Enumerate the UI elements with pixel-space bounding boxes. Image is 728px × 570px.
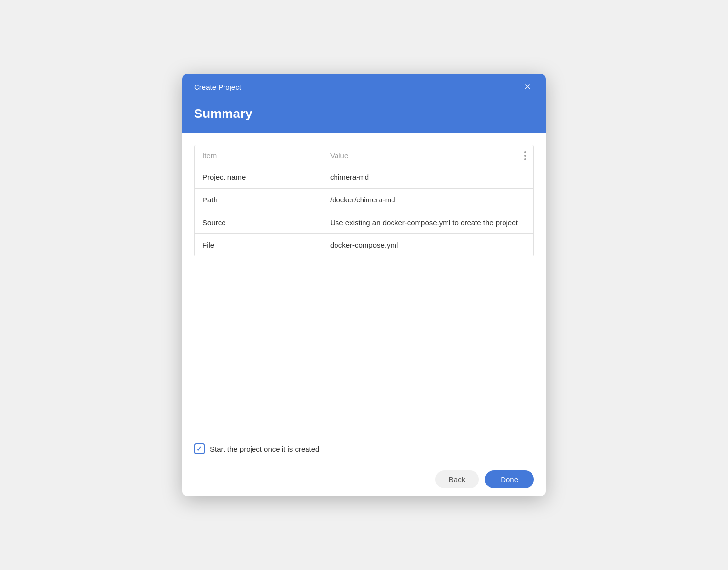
done-button[interactable]: Done: [485, 470, 534, 488]
close-button[interactable]: ✕: [521, 82, 534, 92]
start-project-row: ✓ Start the project once it is created: [182, 443, 546, 462]
dialog-footer: Back Done: [182, 462, 546, 496]
three-dots-icon: [524, 151, 526, 160]
dialog-body: Item Value Project name chimera-md Path: [182, 133, 546, 443]
column-value-header: Value: [322, 145, 516, 166]
row-item-label: Source: [195, 211, 322, 233]
row-item-label: File: [195, 234, 322, 256]
row-item-label: Path: [195, 189, 322, 211]
table-header-row: Item Value: [195, 145, 533, 166]
row-item-label: Project name: [195, 166, 322, 188]
summary-table: Item Value Project name chimera-md Path: [194, 145, 534, 256]
column-item-header: Item: [195, 145, 322, 166]
row-item-value: docker-compose.yml: [322, 234, 533, 256]
table-row: Source Use existing an docker-compose.ym…: [195, 211, 533, 234]
start-project-label: Start the project once it is created: [210, 445, 319, 453]
table-row: Path /docker/chimera-md: [195, 189, 533, 211]
summary-title: Summary: [194, 106, 534, 121]
checkbox-check-icon: ✓: [196, 445, 202, 453]
table-row: Project name chimera-md: [195, 166, 533, 189]
column-actions-header: [516, 145, 533, 166]
dialog-title: Create Project: [194, 83, 241, 91]
back-button[interactable]: Back: [435, 470, 479, 488]
row-item-value: Use existing an docker-compose.yml to cr…: [322, 211, 533, 233]
row-item-value: chimera-md: [322, 166, 533, 188]
row-item-value: /docker/chimera-md: [322, 189, 533, 211]
dialog-subheader: Summary: [182, 100, 546, 133]
create-project-dialog: Create Project ✕ Summary Item Value: [182, 74, 546, 496]
spacer: [194, 256, 534, 443]
table-row: File docker-compose.yml: [195, 234, 533, 256]
start-project-checkbox[interactable]: ✓: [194, 443, 205, 454]
close-icon: ✕: [524, 82, 531, 92]
dialog-header: Create Project ✕: [182, 74, 546, 100]
